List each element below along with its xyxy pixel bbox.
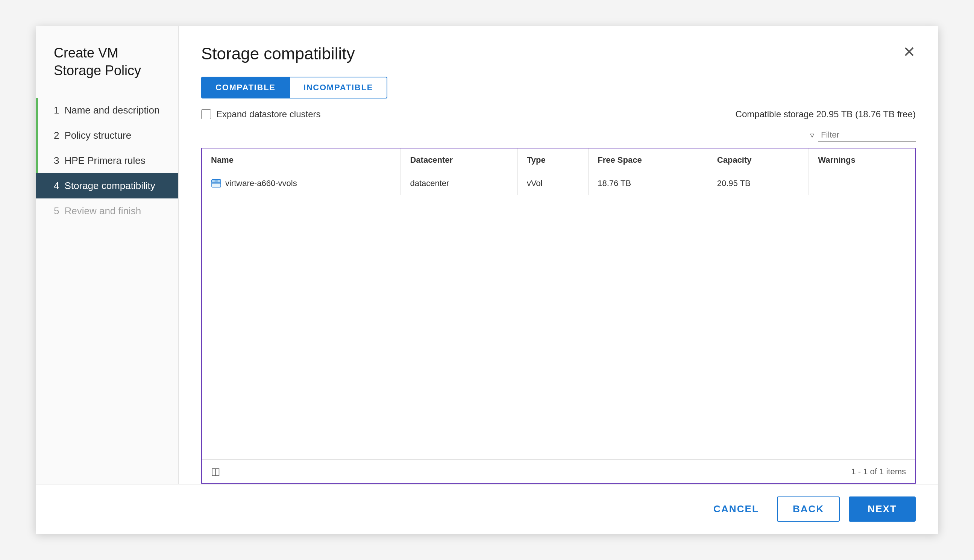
step-label-4: Storage compatibility <box>64 180 155 192</box>
step-number-1: 1 <box>54 105 59 116</box>
expand-clusters-text: Expand datastore clusters <box>216 109 321 120</box>
storage-info: Compatible storage 20.95 TB (18.76 TB fr… <box>735 109 916 120</box>
table-footer: ◫ 1 - 1 of 1 items <box>202 459 915 483</box>
tabs-row: COMPATIBLE INCOMPATIBLE <box>201 77 916 98</box>
step-label-1: Name and description <box>64 105 159 116</box>
step-number-2: 2 <box>54 130 59 141</box>
sidebar-step-5[interactable]: 5 Review and finish <box>36 198 178 223</box>
next-button[interactable]: NEXT <box>849 497 916 522</box>
tab-compatible[interactable]: COMPATIBLE <box>201 77 290 98</box>
cell-capacity: 20.95 TB <box>708 172 809 195</box>
table-header-row: Name Datacenter Type Free Space Capacity… <box>202 148 915 172</box>
cancel-button[interactable]: CANCEL <box>704 497 768 521</box>
step-indicator-1 <box>36 98 38 123</box>
cell-warnings <box>809 172 915 195</box>
modal: Create VM Storage Policy 1 Name and desc… <box>36 26 938 534</box>
cell-free-space: 18.76 TB <box>588 172 708 195</box>
row-name: virtware-a660-vvols <box>225 178 297 188</box>
data-table: Name Datacenter Type Free Space Capacity… <box>202 148 915 195</box>
step-label-3: HPE Primera rules <box>64 155 145 167</box>
table-row[interactable]: virtware-a660-vvols datacenter vVol 18.7… <box>202 172 915 195</box>
modal-body: Create VM Storage Policy 1 Name and desc… <box>36 26 938 484</box>
sidebar-step-3[interactable]: 3 HPE Primera rules <box>36 148 178 173</box>
sidebar-steps: 1 Name and description 2 Policy structur… <box>36 98 178 223</box>
col-datacenter: Datacenter <box>401 148 518 172</box>
step-number-5: 5 <box>54 205 59 217</box>
main-header: Storage compatibility ✕ <box>201 44 916 63</box>
cell-name: virtware-a660-vvols <box>202 172 401 195</box>
table-pagination: 1 - 1 of 1 items <box>851 467 906 477</box>
expand-clusters-checkbox[interactable] <box>201 109 211 119</box>
columns-icon[interactable]: ◫ <box>211 466 221 477</box>
col-name: Name <box>202 148 401 172</box>
tab-incompatible[interactable]: INCOMPATIBLE <box>290 77 388 98</box>
sidebar-step-4[interactable]: 4 Storage compatibility <box>36 173 178 198</box>
col-capacity: Capacity <box>708 148 809 172</box>
main-content: Storage compatibility ✕ COMPATIBLE INCOM… <box>179 26 938 484</box>
close-button[interactable]: ✕ <box>903 44 916 59</box>
datastore-icon <box>211 178 222 189</box>
cell-type: vVol <box>518 172 588 195</box>
modal-footer: CANCEL BACK NEXT <box>36 484 938 534</box>
sidebar: Create VM Storage Policy 1 Name and desc… <box>36 26 179 484</box>
table-empty-area <box>202 195 915 459</box>
col-free-space: Free Space <box>588 148 708 172</box>
sidebar-step-1[interactable]: 1 Name and description <box>36 98 178 123</box>
step-indicator-2 <box>36 123 38 148</box>
cell-datacenter: datacenter <box>401 172 518 195</box>
sidebar-step-2[interactable]: 2 Policy structure <box>36 123 178 148</box>
col-warnings: Warnings <box>809 148 915 172</box>
table-container: Name Datacenter Type Free Space Capacity… <box>201 148 916 484</box>
step-label-5: Review and finish <box>64 205 141 217</box>
filter-icon: ▿ <box>810 130 814 140</box>
back-button[interactable]: BACK <box>777 497 840 522</box>
step-indicator-3 <box>36 148 38 173</box>
step-number-3: 3 <box>54 155 59 167</box>
sidebar-title: Create VM Storage Policy <box>36 44 178 98</box>
svg-point-2 <box>214 180 218 182</box>
filter-row: ▿ <box>201 128 916 142</box>
options-row: Expand datastore clusters Compatible sto… <box>201 109 916 120</box>
col-type: Type <box>518 148 588 172</box>
expand-clusters-label[interactable]: Expand datastore clusters <box>201 109 321 120</box>
filter-input[interactable] <box>818 128 916 142</box>
step-number-4: 4 <box>54 180 59 192</box>
step-label-2: Policy structure <box>64 130 131 141</box>
page-title: Storage compatibility <box>201 44 355 63</box>
